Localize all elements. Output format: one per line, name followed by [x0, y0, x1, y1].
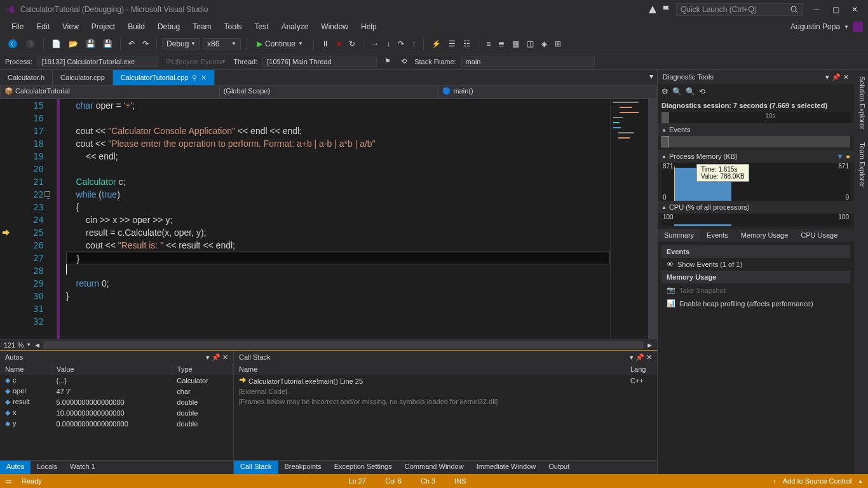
show-events-link[interactable]: 👁Show Events (1 of 1) [661, 258, 850, 271]
save-button[interactable]: 💾 [83, 38, 98, 50]
scroll-left-button[interactable]: ◄ [34, 341, 41, 349]
config-combo[interactable]: Debug ▼ [162, 38, 200, 50]
menu-window[interactable]: Window [315, 21, 355, 32]
bottom-tab-locals[interactable]: Locals [31, 461, 64, 474]
code-line-29[interactable]: return 0; [66, 277, 610, 290]
maximize-button[interactable]: ▢ [827, 3, 844, 16]
pin-icon[interactable]: 📌 [212, 353, 220, 361]
panel-dropdown-icon[interactable]: ▾ [206, 353, 210, 361]
menu-debug[interactable]: Debug [151, 21, 186, 32]
nav-scope-combo[interactable]: (Global Scope) [219, 85, 438, 98]
menu-team[interactable]: Team [186, 21, 217, 32]
callstack-row[interactable]: [External Code] [234, 386, 657, 396]
user-account[interactable]: Augustin Popa ▼ [790, 22, 863, 32]
nav-project-combo[interactable]: 📦 CalculatorTutorial [0, 85, 219, 98]
callstack-row[interactable]: CalculatorTutorial.exe!main() Line 25C++ [234, 375, 657, 386]
autos-row[interactable]: ◆y0.00000000000000000double [0, 418, 233, 429]
nav-func-combo[interactable]: 🔵 main() [438, 85, 657, 98]
gear-icon[interactable]: ⚙ [661, 87, 668, 96]
step-out-button[interactable]: ↑ [409, 38, 418, 50]
cpu-chart[interactable]: 100 100 [661, 214, 850, 226]
menu-view[interactable]: View [56, 21, 85, 32]
code-line-20[interactable] [66, 163, 610, 175]
pin-icon[interactable]: 📌 [635, 353, 644, 361]
bottom-tab-autos[interactable]: Autos [0, 461, 31, 474]
diag-mem-head[interactable]: Process Memory (KB) [669, 152, 738, 160]
continue-button[interactable]: ▶Continue ▼ [252, 38, 308, 50]
tb-misc-1[interactable]: ⚡ [429, 38, 444, 50]
tb-misc-4[interactable]: ≡ [484, 38, 493, 50]
autos-col-value[interactable]: Value [51, 363, 172, 375]
menu-build[interactable]: Build [121, 21, 151, 32]
tb-misc-7[interactable]: ◫ [524, 38, 536, 50]
menu-help[interactable]: Help [355, 21, 383, 32]
autos-row[interactable]: ◆x10.000000000000000double [0, 407, 233, 418]
menu-analyze[interactable]: Analyze [275, 21, 315, 32]
panel-dropdown-icon[interactable]: ▾ [630, 353, 634, 361]
nav-fwd-button[interactable] [23, 37, 38, 50]
reset-zoom-icon[interactable]: ⟲ [699, 87, 705, 96]
quick-launch-input[interactable]: Quick Launch (Ctrl+Q) [676, 3, 803, 16]
zoom-in-icon[interactable]: 🔍 [672, 87, 682, 96]
tb-misc-3[interactable]: ☷ [461, 38, 473, 50]
menu-project[interactable]: Project [85, 21, 121, 32]
code-line-17[interactable]: cout << "Calculator Console Application"… [66, 125, 610, 137]
thread-combo[interactable]: [10976] Main Thread [262, 57, 377, 67]
tab-calculator-h[interactable]: Calculator.h [0, 70, 53, 85]
filter-icon[interactable]: ⚑ [382, 56, 393, 67]
code-line-18[interactable]: cout << "Please enter the operation to p… [66, 137, 610, 150]
nav-back-button[interactable] [5, 37, 20, 50]
bottom-tab-immediate-window[interactable]: Immediate Window [470, 461, 543, 474]
collapse-icon[interactable]: - [44, 191, 50, 197]
diag-cpu-head[interactable]: CPU (% of all processors) [669, 203, 750, 211]
code-editor[interactable]: 1516171819202122-23242526272829303132 ch… [0, 99, 657, 339]
show-next-button[interactable]: → [369, 38, 381, 50]
open-file-button[interactable]: 📂 [66, 38, 81, 50]
bottom-tab-call-stack[interactable]: Call Stack [234, 461, 278, 474]
bottom-tab-output[interactable]: Output [542, 461, 576, 474]
bottom-tab-command-window[interactable]: Command Window [398, 461, 470, 474]
source-control-button[interactable]: Add to Source Control [783, 477, 851, 485]
callstack-row[interactable]: [Frames below may be incorrect and/or mi… [234, 396, 657, 407]
bottom-tab-watch-1[interactable]: Watch 1 [64, 461, 102, 474]
code-line-23[interactable]: { [66, 201, 610, 214]
restart-button[interactable]: ↻ [346, 38, 358, 50]
code-line-27[interactable]: } [66, 252, 610, 264]
autos-col-type[interactable]: Type [172, 363, 233, 375]
thread-icon[interactable]: ⟲ [398, 56, 409, 67]
diag-tab-memory-usage[interactable]: Memory Usage [735, 229, 795, 241]
panel-close-icon[interactable]: ✕ [222, 353, 228, 361]
stackframe-combo[interactable]: main [461, 57, 595, 67]
code-line-30[interactable]: } [66, 290, 610, 302]
enable-heap-button[interactable]: 📊Enable heap profiling (affects performa… [661, 297, 850, 310]
scroll-right-button[interactable]: ► [646, 341, 653, 349]
redo-button[interactable]: ↷ [140, 38, 151, 50]
tb-misc-2[interactable]: ☰ [446, 38, 458, 50]
diag-tab-cpu-usage[interactable]: CPU Usage [794, 229, 844, 241]
code-line-15[interactable]: char oper = '+'; [66, 99, 610, 112]
tb-misc-5[interactable]: ≣ [496, 38, 507, 50]
publish-icon[interactable]: ↑ [773, 477, 776, 485]
cs-col-name[interactable]: Name [234, 363, 625, 375]
panel-close-icon[interactable]: ✕ [646, 353, 652, 361]
code-line-28[interactable] [66, 264, 610, 277]
code-line-24[interactable]: cin >> x >> oper >> y; [66, 214, 610, 226]
code-line-26[interactable]: cout << "Result is: " << result << endl; [66, 239, 610, 252]
code-line-25[interactable]: result = c.Calculate(x, oper, y); [66, 226, 610, 239]
vert-tab-solution-explorer[interactable]: Solution Explorer [854, 70, 868, 136]
tab-calculatortutorial-cpp[interactable]: CalculatorTutorial.cpp⚲✕ [113, 70, 215, 85]
horizontal-scrollbar[interactable] [43, 341, 644, 349]
step-over-button[interactable]: ↷ [395, 38, 407, 50]
menu-edit[interactable]: Edit [30, 21, 56, 32]
step-into-button[interactable]: ↓ [384, 38, 393, 50]
tb-misc-8[interactable]: ◈ [539, 38, 550, 50]
flag-icon[interactable] [662, 5, 671, 14]
minimap[interactable] [610, 99, 648, 339]
autos-row[interactable]: ◆oper47 '/'char [0, 386, 233, 396]
menu-file[interactable]: File [5, 21, 30, 32]
diag-tab-events[interactable]: Events [700, 229, 735, 241]
vertical-scrollbar[interactable] [648, 99, 657, 339]
autos-row[interactable]: ◆c{...}Calculator [0, 375, 233, 386]
minimize-button[interactable]: ─ [808, 3, 825, 16]
undo-button[interactable]: ↶ [126, 38, 137, 50]
